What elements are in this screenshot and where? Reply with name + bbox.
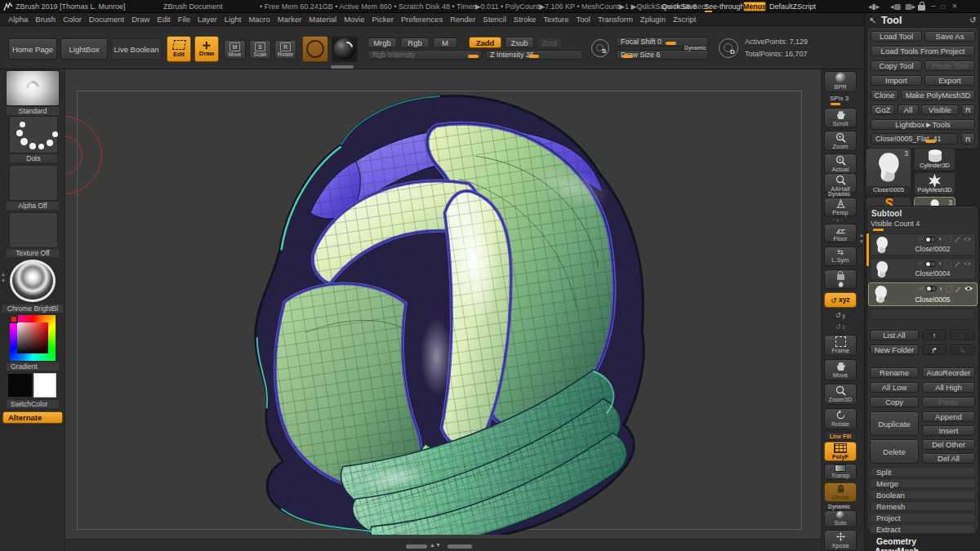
subtool-row[interactable]: ⇄ ◐ Close!0004 — [870, 258, 976, 280]
paste-tool-button[interactable]: Paste Tool — [924, 60, 975, 71]
subtool-empty-slot[interactable] — [870, 309, 976, 320]
local-symmetry-button[interactable]: ⇆ L.Sym — [824, 247, 857, 266]
menu-item[interactable]: Preferences — [401, 15, 443, 24]
stroke-preview-button[interactable] — [302, 36, 328, 62]
halfmoon-icon[interactable]: ◐ — [939, 286, 943, 292]
floor-button[interactable]: Floor — [824, 224, 857, 242]
lightbox-button[interactable]: LightBox — [60, 38, 108, 60]
subtool-section-row[interactable]: Remesh — [870, 501, 976, 511]
load-tool-button[interactable]: Load Tool — [871, 31, 922, 42]
eye-icon[interactable] — [963, 236, 972, 242]
zsub-button[interactable]: Zsub — [505, 37, 534, 48]
mrgb-button[interactable]: Mrgb — [368, 38, 397, 48]
rotate-z-button[interactable]: ↺ z — [829, 322, 852, 331]
focal-shift-thumb[interactable] — [666, 42, 676, 45]
menus-button[interactable]: Menus — [743, 2, 766, 11]
lightbox-tools-button[interactable]: Lightbox►Tools — [871, 119, 975, 130]
menu-item[interactable]: Macro — [248, 15, 270, 24]
menu-item[interactable]: Zplugin — [640, 15, 666, 24]
bpr-button[interactable]: BPR — [824, 71, 857, 92]
menu-item[interactable]: File — [178, 15, 190, 24]
secondary-color-swatch[interactable] — [33, 373, 56, 398]
frame-mini-icon[interactable] — [946, 286, 952, 292]
paste-button[interactable]: Paste — [922, 397, 975, 407]
bottom-tray-handle-left[interactable] — [406, 544, 427, 549]
frame-mini-icon[interactable] — [945, 260, 951, 267]
draw-size-thumb[interactable] — [622, 55, 633, 58]
delete-button[interactable]: Delete — [870, 439, 919, 464]
menu-item[interactable]: Draw — [131, 15, 149, 24]
subtool-section-row[interactable]: Split — [870, 467, 976, 477]
palette-back-icon[interactable]: ↖ — [869, 16, 876, 26]
flat-r-button[interactable]: R — [961, 133, 975, 144]
rgb-intensity-slider[interactable]: Rgb Intensity — [368, 50, 482, 60]
palette-cycle-icon[interactable]: ↺ — [969, 16, 976, 24]
menu-item[interactable]: Alpha — [8, 15, 28, 24]
texture-thumbnail[interactable] — [9, 212, 58, 248]
list-all-button[interactable]: List All — [870, 330, 919, 340]
visibility-toggle-icon[interactable] — [925, 237, 936, 242]
rotate-3d-button[interactable]: Rotate — [824, 408, 857, 429]
zcut-button[interactable]: Zcut — [537, 37, 562, 48]
menu-item[interactable]: Picker — [372, 15, 394, 24]
menu-item[interactable]: Zscript — [673, 15, 697, 24]
switch-color-button[interactable]: SwitchColor — [6, 399, 60, 409]
menu-item[interactable]: Layer — [198, 15, 217, 24]
move-button[interactable]: M Move — [224, 40, 246, 60]
visibility-toggle-icon[interactable] — [925, 261, 936, 267]
append-button[interactable]: Append — [922, 411, 975, 422]
palette-cycle-right-icon[interactable]: ▩▸ — [905, 2, 915, 11]
menu-item[interactable]: Material — [309, 15, 336, 24]
rotate-button[interactable]: R Rotate — [274, 40, 296, 60]
bottom-tray-arrows-icon[interactable]: ▲▼ — [430, 542, 441, 548]
canvas[interactable] — [65, 69, 821, 539]
menu-item[interactable]: Transform — [598, 15, 633, 24]
transparency-button[interactable]: Transp — [824, 464, 857, 480]
goz-all-button[interactable]: All — [898, 104, 919, 115]
menu-item[interactable]: Movie — [344, 15, 364, 24]
current-brush-thumbnail[interactable] — [6, 70, 60, 106]
eye-icon[interactable] — [963, 260, 972, 267]
solo-button[interactable]: Solo — [824, 510, 857, 527]
flat-slider-thumb[interactable] — [925, 140, 936, 143]
active-tool-thumbnail[interactable]: 3 Close!0005 — [866, 148, 911, 195]
move-3d-button[interactable]: Move — [824, 359, 857, 380]
frame-button[interactable]: Frame — [824, 335, 857, 356]
draw-size-slider[interactable]: Draw Size 6 — [616, 50, 709, 60]
all-high-button[interactable]: All High — [922, 382, 975, 393]
pair-arrows-icon[interactable]: ⇄ — [919, 286, 924, 292]
bottom-tray-handle-right[interactable] — [448, 544, 472, 549]
autoreorder-button[interactable]: AutoReorder — [922, 367, 975, 378]
tray-scroll-down-icon[interactable]: ▼ — [1, 278, 6, 283]
minimize-button[interactable]: − — [931, 2, 936, 11]
menu-item[interactable]: Marker — [278, 15, 302, 24]
live-boolean-button[interactable]: Live Boolean — [111, 38, 162, 60]
menu-item[interactable]: Document — [89, 15, 124, 24]
insert-button[interactable]: Insert — [922, 425, 975, 436]
home-page-button[interactable]: Home Page — [8, 38, 57, 60]
draw-button[interactable]: ✛ Draw — [194, 36, 219, 62]
visibility-toggle-icon[interactable] — [926, 286, 937, 291]
move-up-button[interactable]: ↑ — [922, 330, 947, 340]
palette-cycle-left-icon[interactable]: ◂▩ — [890, 2, 901, 11]
close-button[interactable]: × — [952, 2, 957, 11]
del-all-button[interactable]: Del All — [922, 453, 975, 464]
menu-item[interactable]: Light — [225, 15, 242, 24]
goz-button[interactable]: GoZ — [871, 104, 895, 115]
current-stroke-thumbnail[interactable] — [9, 116, 58, 153]
subtool-section-row[interactable]: Merge — [870, 478, 976, 488]
halfmoon-icon[interactable]: ◐ — [938, 236, 942, 242]
tray-scroll-up-icon[interactable]: ▲ — [1, 272, 6, 277]
material-thumbnail[interactable] — [10, 260, 56, 302]
scroll-button[interactable]: Scroll — [824, 108, 857, 128]
visible-count-slider[interactable]: Visible Count 4 — [871, 220, 920, 228]
focal-ring-s-icon[interactable]: S — [591, 39, 609, 57]
make-polymesh3d-button[interactable]: Make PolyMesh3D — [901, 90, 975, 100]
menu-item[interactable]: Edit — [157, 15, 170, 24]
move-out-folder-button[interactable]: ↳ — [950, 344, 975, 355]
subtool-scroll-indicator[interactable] — [866, 233, 869, 266]
subtool-row-selected[interactable]: ⇄ ◐ Close!0005 — [868, 282, 978, 306]
menu-item[interactable]: Texture — [543, 15, 568, 24]
frame-mini-icon[interactable] — [945, 236, 951, 242]
m-button[interactable]: M — [433, 38, 457, 48]
